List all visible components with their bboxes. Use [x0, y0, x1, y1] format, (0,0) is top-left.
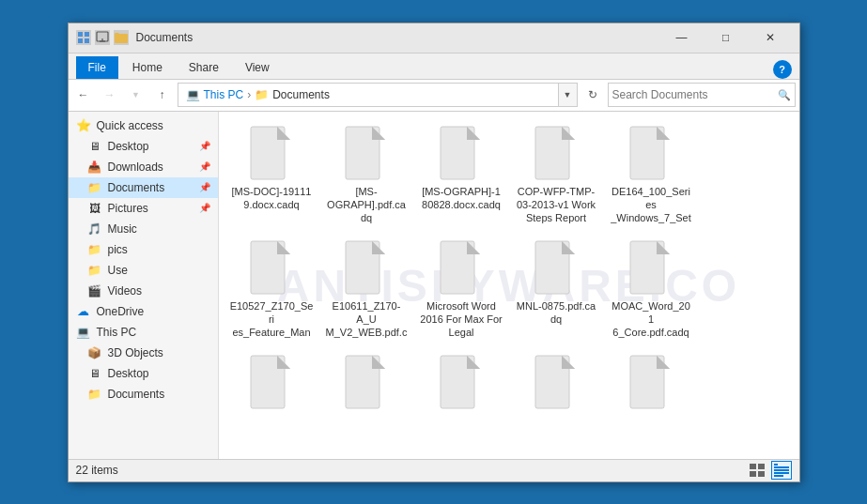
use-icon: 📁	[87, 263, 102, 278]
maximize-button[interactable]: □	[704, 23, 748, 53]
file-icon	[249, 125, 294, 181]
file-icon	[534, 125, 579, 181]
file-name: MNL-0875.pdf.ca dq	[515, 299, 598, 327]
3d-objects-icon: 📦	[87, 345, 102, 360]
svg-rect-56	[774, 464, 778, 466]
sidebar-item-desktop[interactable]: 🖥 Desktop 📌	[69, 136, 218, 157]
sidebar-label-pictures: Pictures	[108, 202, 148, 215]
address-path[interactable]: 💻 This PC › 📁 Documents	[178, 83, 559, 107]
separator1: ›	[247, 88, 251, 101]
music-icon: 🎵	[87, 221, 102, 237]
large-icons-view-button[interactable]	[771, 461, 792, 480]
file-icon	[628, 354, 673, 410]
svg-rect-59	[774, 472, 789, 474]
file-item[interactable]	[416, 348, 507, 420]
back-button[interactable]: ←	[72, 84, 95, 106]
search-input[interactable]	[612, 88, 778, 101]
svg-rect-2	[78, 38, 83, 43]
sidebar-item-onedrive[interactable]: ☁ OneDrive	[69, 301, 218, 322]
sidebar-item-this-pc[interactable]: 💻 This PC	[69, 322, 218, 343]
tab-home[interactable]: Home	[120, 56, 175, 79]
sidebar-item-use[interactable]: 📁 Use	[69, 260, 218, 281]
sidebar-item-pics[interactable]: 📁 pics	[69, 239, 218, 260]
file-item[interactable]: [MS-OGRAPH]-1 80828.docx.cadq	[416, 119, 507, 230]
address-dropdown[interactable]: ▼	[559, 83, 578, 107]
file-item[interactable]: COP-WFP-TMP-03-2013-v1 Work Steps Report…	[511, 119, 602, 230]
sidebar-label-downloads: Downloads	[108, 160, 163, 174]
sidebar-label-pics: pics	[108, 243, 128, 256]
svg-rect-52	[750, 464, 756, 469]
file-name: Microsoft Word 2016 For Max For Legal Pr…	[420, 299, 503, 339]
file-name: [MS-DOC]-19111 9.docx.cadq	[230, 185, 314, 212]
sidebar-label-this-pc: This PC	[97, 326, 137, 339]
sidebar-item-downloads[interactable]: 📥 Downloads 📌	[69, 157, 218, 177]
item-count: 22 items	[76, 464, 118, 477]
sidebar-label-desktop2: Desktop	[108, 367, 149, 380]
file-icon	[249, 239, 294, 296]
sidebar-item-3d-objects[interactable]: 📦 3D Objects	[69, 343, 218, 363]
pin-icon-dl: 📌	[199, 161, 210, 172]
svg-rect-53	[758, 464, 765, 469]
help-button[interactable]: ?	[773, 60, 792, 79]
search-box[interactable]: 🔍	[608, 83, 796, 107]
sidebar-item-pictures[interactable]: 🖼 Pictures 📌	[69, 198, 218, 219]
onedrive-icon: ☁	[76, 304, 91, 319]
sidebar-item-documents[interactable]: 📁 Documents 📌	[69, 177, 218, 198]
window-controls: — □ ✕	[660, 23, 792, 53]
file-item-empty	[701, 234, 792, 344]
file-item[interactable]: E10527_Z170_Seri es_Feature_Manu al_UM_W…	[226, 234, 317, 344]
view-controls	[747, 461, 792, 480]
up-button[interactable]: ↑	[151, 84, 174, 106]
file-item[interactable]	[606, 348, 697, 420]
sidebar-label-onedrive: OneDrive	[97, 305, 145, 318]
main-area: ⭐ Quick access 🖥 Desktop 📌 📥 Downloads 📌…	[69, 112, 799, 459]
file-item[interactable]: E10611_Z170-A_U M_V2_WEB.pdf.c adq	[321, 234, 412, 344]
file-name: [MS-OGRAPH].pdf.cadq	[325, 185, 409, 224]
pin-icon: 📌	[199, 141, 210, 151]
file-item[interactable]: MNL-0875.pdf.ca dq	[511, 234, 602, 344]
file-item[interactable]: DE164_100_Series _Windows_7_Set up_Guide…	[606, 119, 697, 230]
tab-share[interactable]: Share	[177, 56, 231, 79]
files-grid: [MS-DOC]-19111 9.docx.cadq [MS-OGRAPH].p…	[219, 112, 799, 427]
window-title: Documents	[136, 31, 660, 44]
svg-rect-1	[85, 32, 89, 37]
refresh-button[interactable]: ↻	[581, 84, 604, 106]
tab-view[interactable]: View	[233, 56, 282, 79]
sidebar-label-documents: Documents	[108, 181, 165, 194]
tab-file[interactable]: File	[76, 56, 118, 79]
file-icon	[534, 239, 579, 296]
file-icon	[344, 239, 389, 296]
close-button[interactable]: ✕	[749, 23, 792, 53]
svg-rect-57	[774, 466, 789, 468]
file-name: COP-WFP-TMP-03-2013-v1 Work Steps Report…	[515, 185, 598, 224]
sidebar-item-videos[interactable]: 🎬 Videos	[69, 281, 218, 301]
svg-rect-55	[758, 471, 765, 477]
sidebar-item-music[interactable]: 🎵 Music	[69, 219, 218, 239]
forward-button[interactable]: →	[99, 84, 121, 106]
file-item-empty	[701, 119, 792, 230]
file-item[interactable]: [MS-OGRAPH].pdf.cadq	[321, 119, 412, 230]
recent-locations-button[interactable]: ▼	[125, 84, 147, 106]
file-item[interactable]	[321, 348, 412, 420]
minimize-button[interactable]: —	[660, 23, 704, 53]
pin-icon-docs: 📌	[199, 182, 210, 192]
svg-rect-60	[774, 475, 783, 477]
list-view-button[interactable]	[747, 461, 767, 480]
sidebar-item-desktop2[interactable]: 🖥 Desktop	[69, 363, 218, 384]
title-bar-icons	[76, 30, 129, 45]
sidebar-item-documents2[interactable]: 📁 Documents	[69, 384, 218, 405]
sidebar-label-desktop: Desktop	[108, 140, 149, 153]
this-pc-label: This PC	[204, 88, 244, 101]
sidebar-item-quick-access[interactable]: ⭐ Quick access	[69, 115, 218, 136]
file-name: E10611_Z170-A_U M_V2_WEB.pdf.c adq	[325, 299, 409, 339]
folder-icon	[114, 30, 129, 45]
file-name: DE164_100_Series _Windows_7_Set up_Guide…	[610, 185, 693, 224]
file-item[interactable]: [MS-DOC]-19111 9.docx.cadq	[226, 119, 317, 230]
file-item[interactable]	[226, 348, 317, 420]
file-item[interactable]	[511, 348, 602, 420]
file-icon	[439, 125, 484, 181]
file-item[interactable]: Microsoft Word 2016 For Max For Legal Pr…	[416, 234, 507, 344]
window-icon	[76, 30, 91, 45]
file-item[interactable]: MOAC_Word_201 6_Core.pdf.cadq	[606, 234, 697, 344]
address-bar: ← → ▼ ↑ 💻 This PC › 📁 Documents ▼ ↻ 🔍	[69, 80, 799, 112]
